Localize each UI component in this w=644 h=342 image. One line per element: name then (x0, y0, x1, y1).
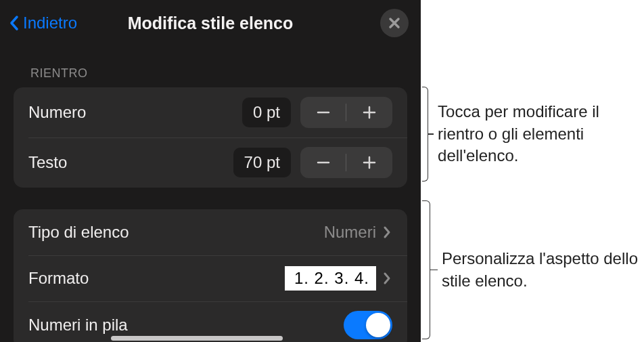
indent-text-row: Testo 70 pt (14, 137, 407, 188)
list-style-group: Tipo di elenco Numeri Formato 1. 2. 3. 4… (14, 209, 407, 342)
leader-line (430, 270, 438, 271)
horizontal-scrollbar[interactable] (111, 336, 283, 341)
list-type-label: Tipo di elenco (28, 223, 324, 242)
indent-number-label: Numero (28, 103, 242, 122)
callout-indent: Tocca per modificare il rientro o gli el… (422, 87, 644, 181)
close-icon (388, 17, 400, 29)
indent-text-decrement[interactable] (300, 147, 346, 178)
leader-line (428, 133, 434, 135)
chevron-right-icon (383, 272, 392, 285)
indent-text-stepper (300, 147, 392, 178)
indent-number-stepper (300, 97, 392, 128)
close-button[interactable] (380, 9, 409, 37)
indent-group: Numero 0 pt Testo 70 pt (14, 87, 407, 188)
indent-number-increment[interactable] (346, 97, 392, 128)
list-format-row[interactable]: Formato 1. 2. 3. 4. (14, 255, 407, 301)
list-type-value: Numeri (324, 223, 376, 242)
indent-number-value: 0 pt (242, 98, 291, 127)
bracket-icon (422, 87, 428, 181)
panel-title: Modifica stile elenco (128, 14, 294, 33)
callout-style: Personalizza l'aspetto dello stile elenc… (422, 200, 644, 339)
indent-text-increment[interactable] (346, 147, 392, 178)
minus-icon (316, 105, 331, 120)
minus-icon (316, 155, 331, 170)
indent-text-label: Testo (28, 153, 233, 172)
indent-section-label: RIENTRO (14, 53, 407, 87)
back-label: Indietro (23, 14, 77, 33)
list-type-row[interactable]: Tipo di elenco Numeri (14, 209, 407, 255)
list-format-preview: 1. 2. 3. 4. (285, 266, 376, 291)
chevron-left-icon (7, 14, 22, 33)
toggle-knob (366, 313, 390, 337)
callout-text: Personalizza l'aspetto dello stile elenc… (442, 248, 644, 292)
bracket-icon (422, 200, 430, 339)
callout-text: Tocca per modificare il rientro o gli el… (438, 101, 644, 167)
chevron-right-icon (383, 226, 392, 239)
list-format-label: Formato (28, 269, 285, 288)
panel-content: RIENTRO Numero 0 pt Testo 70 pt (0, 46, 421, 342)
plus-icon (362, 155, 377, 170)
settings-panel: Indietro Modifica stile elenco RIENTRO N… (0, 0, 421, 342)
tiered-numbers-label: Numeri in pila (28, 316, 344, 335)
back-button[interactable]: Indietro (7, 14, 77, 33)
indent-number-decrement[interactable] (300, 97, 346, 128)
tiered-numbers-toggle[interactable] (344, 311, 392, 339)
plus-icon (362, 105, 377, 120)
annotations-area: Tocca per modificare il rientro o gli el… (421, 0, 644, 342)
indent-text-value: 70 pt (233, 148, 291, 177)
indent-number-row: Numero 0 pt (14, 87, 407, 137)
panel-header: Indietro Modifica stile elenco (0, 0, 421, 46)
